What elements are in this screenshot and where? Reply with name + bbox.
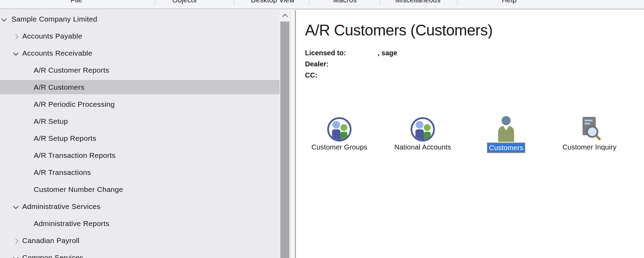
national-accounts-label[interactable]: National Accounts bbox=[394, 143, 451, 152]
customer-groups-label[interactable]: Customer Groups bbox=[312, 143, 368, 152]
tree-item-ar-periodic-processing[interactable]: A/R Periodic Processing bbox=[0, 96, 280, 113]
customer-inquiry-icon[interactable] bbox=[578, 116, 601, 142]
tree-item-canadian-payroll[interactable]: Canadian Payroll bbox=[0, 232, 280, 249]
feature-icons: Customer Groups bbox=[298, 116, 631, 153]
customer-inquiry-item[interactable]: Customer Inquiry bbox=[548, 116, 631, 153]
chevron-down-icon[interactable] bbox=[1, 16, 7, 22]
customer-groups-icon[interactable] bbox=[327, 117, 352, 142]
chevron-down-icon[interactable] bbox=[13, 203, 19, 210]
tree-item-ar-transaction-reports[interactable]: A/R Transaction Reports bbox=[0, 147, 280, 164]
customers-item[interactable]: Customers bbox=[464, 116, 548, 153]
tree-item-accounts-payable[interactable]: Accounts Payable bbox=[0, 27, 280, 45]
tree-item-common-services[interactable]: Common Services bbox=[0, 249, 280, 258]
menu-file[interactable]: File bbox=[71, 0, 82, 4]
national-accounts-icon[interactable] bbox=[410, 117, 435, 142]
menu-macros[interactable]: Macros bbox=[333, 0, 356, 4]
tree-item-ar-transactions[interactable]: A/R Transactions bbox=[0, 164, 280, 181]
menu-separator bbox=[234, 0, 234, 6]
app-window: File Objects Desktop View Macros Miscell… bbox=[0, 0, 644, 258]
customer-inquiry-label[interactable]: Customer Inquiry bbox=[562, 143, 616, 152]
chevron-down-icon[interactable] bbox=[13, 50, 19, 56]
company-tree: Sample Company Limited Accounts Payable … bbox=[0, 10, 280, 258]
menu-separator bbox=[457, 0, 457, 6]
cc-label: CC: bbox=[305, 71, 317, 79]
menu-separator bbox=[380, 0, 380, 6]
menu-separator bbox=[309, 0, 309, 6]
dealer-row: Dealer: bbox=[305, 58, 644, 70]
tree-item-administrative-reports[interactable]: Administrative Reports bbox=[0, 215, 280, 232]
menu-miscellaneous[interactable]: Miscellaneous bbox=[395, 0, 441, 4]
customers-icon[interactable] bbox=[495, 116, 517, 142]
tree-item-ar-setup[interactable]: A/R Setup bbox=[0, 113, 280, 130]
tree-item-ar-customers[interactable]: A/R Customers bbox=[0, 79, 280, 96]
menu-separator bbox=[155, 0, 155, 6]
chevron-right-icon[interactable] bbox=[13, 237, 19, 244]
tree-item-ar-setup-reports[interactable]: A/R Setup Reports bbox=[0, 130, 280, 147]
national-accounts-item[interactable]: National Accounts bbox=[381, 116, 464, 153]
tree-item-customer-number-change[interactable]: Customer Number Change bbox=[0, 181, 280, 198]
chevron-right-icon[interactable] bbox=[13, 33, 19, 39]
cc-row: CC: bbox=[305, 70, 644, 81]
content-pane: A/R Customers (Customers) Licensed to: ,… bbox=[296, 10, 644, 258]
tree-item-administrative-services[interactable]: Administrative Services bbox=[0, 198, 280, 215]
scrollbar-thumb[interactable] bbox=[280, 22, 289, 258]
menu-help[interactable]: Help bbox=[502, 0, 517, 4]
menu-desktop-view[interactable]: Desktop View bbox=[251, 0, 295, 4]
page-title: A/R Customers (Customers) bbox=[305, 22, 644, 39]
tree-item-sample-company[interactable]: Sample Company Limited bbox=[0, 10, 280, 27]
licensed-to-row: Licensed to: , sage bbox=[305, 47, 644, 58]
menubar: File Objects Desktop View Macros Miscell… bbox=[0, 0, 644, 9]
tree-item-accounts-receivable[interactable]: Accounts Receivable bbox=[0, 45, 280, 62]
tree-scrollbar[interactable] bbox=[280, 10, 290, 258]
navigation-pane: Sample Company Limited Accounts Payable … bbox=[0, 10, 290, 258]
customers-label[interactable]: Customers bbox=[487, 143, 526, 153]
customer-groups-item[interactable]: Customer Groups bbox=[298, 116, 381, 153]
scroll-up-button[interactable] bbox=[280, 10, 290, 21]
dealer-label: Dealer: bbox=[305, 60, 329, 68]
chevron-down-icon[interactable] bbox=[13, 255, 19, 258]
license-info: Licensed to: , sage Dealer: CC: bbox=[305, 47, 644, 81]
menu-objects[interactable]: Objects bbox=[172, 0, 197, 4]
licensed-to-value: , sage bbox=[378, 47, 397, 58]
pane-splitter[interactable] bbox=[290, 10, 296, 258]
tree-item-ar-customer-reports[interactable]: A/R Customer Reports bbox=[0, 62, 280, 79]
licensed-to-label: Licensed to: bbox=[305, 49, 346, 57]
